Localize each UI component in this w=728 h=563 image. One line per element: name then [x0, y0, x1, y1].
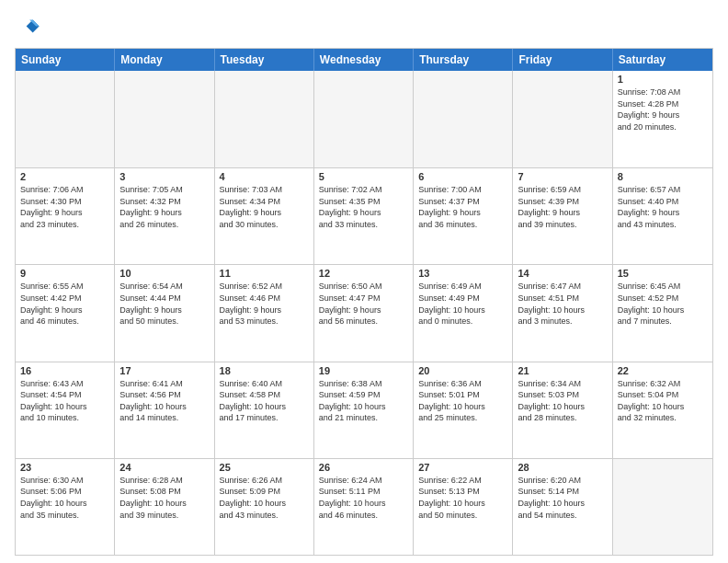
day-info: Sunrise: 6:49 AM Sunset: 4:49 PM Dayligh… — [418, 281, 507, 327]
week-row-5: 23Sunrise: 6:30 AM Sunset: 5:06 PM Dayli… — [16, 458, 712, 555]
day-info: Sunrise: 6:50 AM Sunset: 4:47 PM Dayligh… — [319, 281, 408, 327]
cal-cell-w4-d1: 24Sunrise: 6:28 AM Sunset: 5:08 PM Dayli… — [115, 459, 214, 555]
day-info: Sunrise: 6:28 AM Sunset: 5:08 PM Dayligh… — [119, 475, 209, 521]
cal-cell-w4-d3: 26Sunrise: 6:24 AM Sunset: 5:11 PM Dayli… — [314, 459, 414, 555]
cal-cell-w1-d3: 5Sunrise: 7:02 AM Sunset: 4:35 PM Daylig… — [314, 168, 414, 264]
day-number: 4 — [220, 171, 309, 182]
day-info: Sunrise: 6:38 AM Sunset: 4:59 PM Dayligh… — [319, 378, 408, 424]
cal-cell-w4-d0: 23Sunrise: 6:30 AM Sunset: 5:06 PM Dayli… — [16, 459, 115, 555]
header-day-sunday: Sunday — [16, 49, 115, 71]
cal-cell-w4-d5: 28Sunrise: 6:20 AM Sunset: 5:14 PM Dayli… — [513, 459, 612, 555]
day-info: Sunrise: 7:02 AM Sunset: 4:35 PM Dayligh… — [319, 184, 408, 230]
day-info: Sunrise: 6:52 AM Sunset: 4:46 PM Dayligh… — [220, 281, 309, 327]
day-info: Sunrise: 6:55 AM Sunset: 4:42 PM Dayligh… — [20, 281, 109, 327]
day-info: Sunrise: 6:22 AM Sunset: 5:13 PM Dayligh… — [418, 475, 507, 521]
day-number: 26 — [319, 462, 408, 473]
cal-cell-w0-d0 — [16, 71, 115, 167]
day-info: Sunrise: 6:54 AM Sunset: 4:44 PM Dayligh… — [119, 281, 209, 327]
cal-cell-w3-d0: 16Sunrise: 6:43 AM Sunset: 4:54 PM Dayli… — [16, 362, 115, 458]
day-number: 27 — [418, 462, 507, 473]
cal-cell-w2-d0: 9Sunrise: 6:55 AM Sunset: 4:42 PM Daylig… — [16, 265, 115, 361]
day-info: Sunrise: 7:06 AM Sunset: 4:30 PM Dayligh… — [20, 184, 109, 230]
day-info: Sunrise: 7:05 AM Sunset: 4:32 PM Dayligh… — [119, 184, 209, 230]
day-number: 19 — [319, 365, 408, 376]
cal-cell-w4-d2: 25Sunrise: 6:26 AM Sunset: 5:09 PM Dayli… — [215, 459, 314, 555]
cal-cell-w1-d1: 3Sunrise: 7:05 AM Sunset: 4:32 PM Daylig… — [115, 168, 214, 264]
day-number: 15 — [618, 268, 708, 279]
logo-icon — [15, 15, 40, 40]
day-number: 10 — [119, 268, 209, 279]
cal-cell-w0-d2 — [215, 71, 314, 167]
day-info: Sunrise: 6:32 AM Sunset: 5:04 PM Dayligh… — [618, 378, 708, 424]
day-info: Sunrise: 6:30 AM Sunset: 5:06 PM Dayligh… — [20, 475, 109, 521]
day-number: 14 — [518, 268, 607, 279]
cal-cell-w3-d5: 21Sunrise: 6:34 AM Sunset: 5:03 PM Dayli… — [513, 362, 612, 458]
cal-cell-w3-d6: 22Sunrise: 6:32 AM Sunset: 5:04 PM Dayli… — [613, 362, 712, 458]
logo — [15, 15, 44, 40]
week-row-2: 2Sunrise: 7:06 AM Sunset: 4:30 PM Daylig… — [16, 167, 712, 264]
cal-cell-w3-d2: 18Sunrise: 6:40 AM Sunset: 4:58 PM Dayli… — [215, 362, 314, 458]
day-number: 22 — [618, 365, 708, 376]
day-info: Sunrise: 6:57 AM Sunset: 4:40 PM Dayligh… — [618, 184, 708, 230]
day-info: Sunrise: 6:47 AM Sunset: 4:51 PM Dayligh… — [518, 281, 607, 327]
day-number: 9 — [20, 268, 109, 279]
cal-cell-w2-d1: 10Sunrise: 6:54 AM Sunset: 4:44 PM Dayli… — [115, 265, 214, 361]
day-number: 28 — [518, 462, 607, 473]
header-day-monday: Monday — [115, 49, 214, 71]
cal-cell-w4-d6 — [613, 459, 712, 555]
day-number: 3 — [119, 171, 209, 182]
day-info: Sunrise: 7:03 AM Sunset: 4:34 PM Dayligh… — [220, 184, 309, 230]
cal-cell-w1-d2: 4Sunrise: 7:03 AM Sunset: 4:34 PM Daylig… — [215, 168, 314, 264]
day-info: Sunrise: 6:41 AM Sunset: 4:56 PM Dayligh… — [119, 378, 209, 424]
cal-cell-w0-d6: 1Sunrise: 7:08 AM Sunset: 4:28 PM Daylig… — [613, 71, 712, 167]
header-day-thursday: Thursday — [414, 49, 513, 71]
day-number: 5 — [319, 171, 408, 182]
cal-cell-w3-d4: 20Sunrise: 6:36 AM Sunset: 5:01 PM Dayli… — [414, 362, 513, 458]
day-number: 6 — [418, 171, 507, 182]
cal-cell-w0-d4 — [414, 71, 513, 167]
calendar-header: SundayMondayTuesdayWednesdayThursdayFrid… — [16, 49, 712, 71]
cal-cell-w0-d1 — [115, 71, 214, 167]
cal-cell-w3-d3: 19Sunrise: 6:38 AM Sunset: 4:59 PM Dayli… — [314, 362, 414, 458]
cal-cell-w2-d5: 14Sunrise: 6:47 AM Sunset: 4:51 PM Dayli… — [513, 265, 612, 361]
calendar-body: 1Sunrise: 7:08 AM Sunset: 4:28 PM Daylig… — [16, 71, 712, 555]
day-number: 25 — [220, 462, 309, 473]
page: SundayMondayTuesdayWednesdayThursdayFrid… — [0, 0, 728, 563]
cal-cell-w0-d3 — [314, 71, 414, 167]
day-number: 16 — [20, 365, 109, 376]
header-day-wednesday: Wednesday — [314, 49, 414, 71]
day-number: 24 — [119, 462, 209, 473]
day-number: 17 — [119, 365, 209, 376]
cal-cell-w0-d5 — [513, 71, 612, 167]
cal-cell-w2-d6: 15Sunrise: 6:45 AM Sunset: 4:52 PM Dayli… — [613, 265, 712, 361]
day-info: Sunrise: 6:43 AM Sunset: 4:54 PM Dayligh… — [20, 378, 109, 424]
cal-cell-w4-d4: 27Sunrise: 6:22 AM Sunset: 5:13 PM Dayli… — [414, 459, 513, 555]
cal-cell-w3-d1: 17Sunrise: 6:41 AM Sunset: 4:56 PM Dayli… — [115, 362, 214, 458]
day-info: Sunrise: 7:00 AM Sunset: 4:37 PM Dayligh… — [418, 184, 507, 230]
day-info: Sunrise: 6:20 AM Sunset: 5:14 PM Dayligh… — [518, 475, 607, 521]
calendar: SundayMondayTuesdayWednesdayThursdayFrid… — [15, 48, 713, 556]
day-info: Sunrise: 6:59 AM Sunset: 4:39 PM Dayligh… — [518, 184, 607, 230]
week-row-3: 9Sunrise: 6:55 AM Sunset: 4:42 PM Daylig… — [16, 264, 712, 361]
week-row-1: 1Sunrise: 7:08 AM Sunset: 4:28 PM Daylig… — [16, 71, 712, 167]
day-number: 11 — [220, 268, 309, 279]
cal-cell-w1-d4: 6Sunrise: 7:00 AM Sunset: 4:37 PM Daylig… — [414, 168, 513, 264]
day-info: Sunrise: 6:24 AM Sunset: 5:11 PM Dayligh… — [319, 475, 408, 521]
day-number: 21 — [518, 365, 607, 376]
day-number: 18 — [220, 365, 309, 376]
cal-cell-w2-d3: 12Sunrise: 6:50 AM Sunset: 4:47 PM Dayli… — [314, 265, 414, 361]
day-number: 12 — [319, 268, 408, 279]
day-number: 8 — [618, 171, 708, 182]
cal-cell-w1-d5: 7Sunrise: 6:59 AM Sunset: 4:39 PM Daylig… — [513, 168, 612, 264]
day-info: Sunrise: 6:36 AM Sunset: 5:01 PM Dayligh… — [418, 378, 507, 424]
day-number: 2 — [20, 171, 109, 182]
header-day-friday: Friday — [513, 49, 612, 71]
week-row-4: 16Sunrise: 6:43 AM Sunset: 4:54 PM Dayli… — [16, 362, 712, 458]
cal-cell-w2-d2: 11Sunrise: 6:52 AM Sunset: 4:46 PM Dayli… — [215, 265, 314, 361]
cal-cell-w1-d6: 8Sunrise: 6:57 AM Sunset: 4:40 PM Daylig… — [613, 168, 712, 264]
cal-cell-w2-d4: 13Sunrise: 6:49 AM Sunset: 4:49 PM Dayli… — [414, 265, 513, 361]
header-day-tuesday: Tuesday — [215, 49, 314, 71]
cal-cell-w1-d0: 2Sunrise: 7:06 AM Sunset: 4:30 PM Daylig… — [16, 168, 115, 264]
day-number: 1 — [618, 74, 708, 85]
day-info: Sunrise: 6:34 AM Sunset: 5:03 PM Dayligh… — [518, 378, 607, 424]
